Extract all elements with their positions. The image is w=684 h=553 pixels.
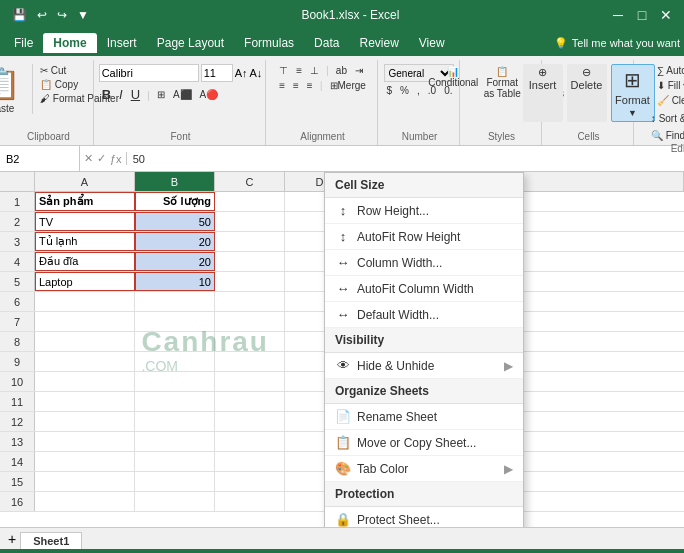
undo-button[interactable]: ↩ [33, 6, 51, 24]
cell-c5[interactable] [215, 272, 285, 291]
row-height-item[interactable]: ↕ Row Height... [325, 198, 523, 224]
autosum-button[interactable]: ∑ AutoSum ▾ [654, 64, 684, 77]
cell-c4[interactable] [215, 252, 285, 271]
maximize-button[interactable]: □ [632, 5, 652, 25]
menu-review[interactable]: Review [349, 33, 408, 53]
find-select-button[interactable]: 🔍 Find & Select [647, 128, 684, 143]
redo-button[interactable]: ↪ [53, 6, 71, 24]
fill-color-button[interactable]: A⬛ [170, 88, 195, 101]
column-width-item[interactable]: ↔ Column Width... [325, 250, 523, 276]
cancel-formula-icon[interactable]: ✕ [84, 152, 93, 165]
protect-sheet-icon: 🔒 [335, 512, 351, 527]
cell-b3[interactable]: 20 [135, 232, 215, 251]
row-num-3: 3 [0, 232, 35, 251]
close-button[interactable]: ✕ [656, 5, 676, 25]
col-header-c[interactable]: C [215, 172, 285, 191]
cell-a3[interactable]: Tủ lạnh [35, 232, 135, 251]
autofit-col-label: AutoFit Column Width [357, 282, 474, 296]
add-sheet-button[interactable]: + [4, 529, 20, 549]
percent-button[interactable]: % [397, 84, 412, 97]
font-format-row: B I U | ⊞ A⬛ A🔴 [99, 86, 222, 103]
col-header-b[interactable]: B [135, 172, 215, 191]
cell-a2[interactable]: TV [35, 212, 135, 231]
sheet-tab-sheet1[interactable]: Sheet1 [20, 532, 82, 549]
align-bottom-button[interactable]: ⊥ [307, 64, 322, 77]
cell-c2[interactable] [215, 212, 285, 231]
cell-a4[interactable]: Đầu đĩa [35, 252, 135, 271]
menu-page-layout[interactable]: Page Layout [147, 33, 234, 53]
window-title: Book1.xlsx - Excel [93, 8, 608, 22]
text-orient-button[interactable]: ab [333, 64, 350, 77]
tab-color-item[interactable]: 🎨 Tab Color ▶ [325, 456, 523, 482]
indent-button[interactable]: ⇥ [352, 64, 366, 77]
align-right-button[interactable]: ≡ [304, 79, 316, 92]
protect-sheet-item[interactable]: 🔒 Protect Sheet... [325, 507, 523, 527]
autofit-row-icon: ↕ [335, 229, 351, 244]
cell-b4[interactable]: 20 [135, 252, 215, 271]
underline-button[interactable]: U [128, 86, 143, 103]
cell-a5[interactable]: Laptop [35, 272, 135, 291]
protection-section-title: Protection [325, 482, 523, 507]
border-button[interactable]: ⊞ [154, 88, 168, 101]
bold-button[interactable]: B [99, 86, 114, 103]
comma-button[interactable]: , [414, 84, 423, 97]
styles-label: Styles [488, 131, 515, 145]
menu-view[interactable]: View [409, 33, 455, 53]
row-num-5: 5 [0, 272, 35, 291]
cell-c1[interactable] [215, 192, 285, 211]
align-center-button[interactable]: ≡ [290, 79, 302, 92]
cell-c3[interactable] [215, 232, 285, 251]
menu-file[interactable]: File [4, 33, 43, 53]
autofit-row-height-item[interactable]: ↕ AutoFit Row Height [325, 224, 523, 250]
move-copy-label: Move or Copy Sheet... [357, 436, 476, 450]
save-button[interactable]: 💾 [8, 6, 31, 24]
cell-b2[interactable]: 50 [135, 212, 215, 231]
align-middle-button[interactable]: ≡ [293, 64, 305, 77]
italic-button[interactable]: I [116, 86, 126, 103]
default-width-item[interactable]: ↔ Default Width... [325, 302, 523, 328]
currency-button[interactable]: $ [384, 84, 396, 97]
sheet-tabs: + Sheet1 [0, 527, 684, 549]
font-color-button[interactable]: A🔴 [197, 88, 222, 101]
sort-filter-button[interactable]: ↕ Sort & Filter [647, 111, 684, 126]
align-top-button[interactable]: ⊤ [276, 64, 291, 77]
fill-button[interactable]: ⬇ Fill ▾ [654, 79, 684, 92]
title-bar: 💾 ↩ ↪ ▼ Book1.xlsx - Excel ─ □ ✕ [0, 0, 684, 30]
font-name-input[interactable] [99, 64, 199, 82]
column-width-label: Column Width... [357, 256, 442, 270]
tell-me-bar-text[interactable]: Tell me what you want [572, 37, 680, 49]
menu-data[interactable]: Data [304, 33, 349, 53]
spreadsheet-area: A B C D E F 1 Sản phẩm Số lượng 2 TV 50 [0, 172, 684, 527]
insert-button[interactable]: ⊕Insert [523, 64, 563, 122]
move-copy-sheet-item[interactable]: 📋 Move or Copy Sheet... [325, 430, 523, 456]
autofit-column-width-item[interactable]: ↔ AutoFit Column Width [325, 276, 523, 302]
delete-button[interactable]: ⊖Delete [567, 64, 607, 122]
increase-font-button[interactable]: A↑ [235, 67, 248, 79]
cell-b1[interactable]: Số lượng [135, 192, 215, 211]
cell-a1[interactable]: Sản phẩm [35, 192, 135, 211]
menu-insert[interactable]: Insert [97, 33, 147, 53]
conditional-formatting-button[interactable]: 📊 Conditional [433, 64, 474, 90]
col-header-a[interactable]: A [35, 172, 135, 191]
number-label: Number [402, 131, 438, 145]
hide-unhide-item[interactable]: 👁 Hide & Unhide ▶ [325, 353, 523, 379]
align-left-button[interactable]: ≡ [276, 79, 288, 92]
cell-b5[interactable]: 10 [135, 272, 215, 291]
menu-home[interactable]: Home [43, 33, 96, 53]
format-as-table-button[interactable]: 📋 Format as Table [476, 64, 528, 101]
menu-bar: File Home Insert Page Layout Formulas Da… [0, 30, 684, 56]
rename-sheet-item[interactable]: 📄 Rename Sheet [325, 404, 523, 430]
customize-qat-button[interactable]: ▼ [73, 6, 93, 24]
font-size-input[interactable] [201, 64, 233, 82]
name-box[interactable]: B2 [0, 146, 80, 171]
merge-button[interactable]: ⊞Merge [327, 79, 369, 92]
menu-formulas[interactable]: Formulas [234, 33, 304, 53]
font-label: Font [170, 131, 190, 145]
decrease-font-button[interactable]: A↓ [250, 67, 263, 79]
clear-button[interactable]: 🧹 Clear ▾ [654, 94, 684, 107]
insert-function-icon[interactable]: ƒx [110, 153, 122, 165]
minimize-button[interactable]: ─ [608, 5, 628, 25]
confirm-formula-icon[interactable]: ✓ [97, 152, 106, 165]
paste-button[interactable]: 📋 [0, 64, 28, 103]
formula-input[interactable]: 50 [127, 153, 684, 165]
